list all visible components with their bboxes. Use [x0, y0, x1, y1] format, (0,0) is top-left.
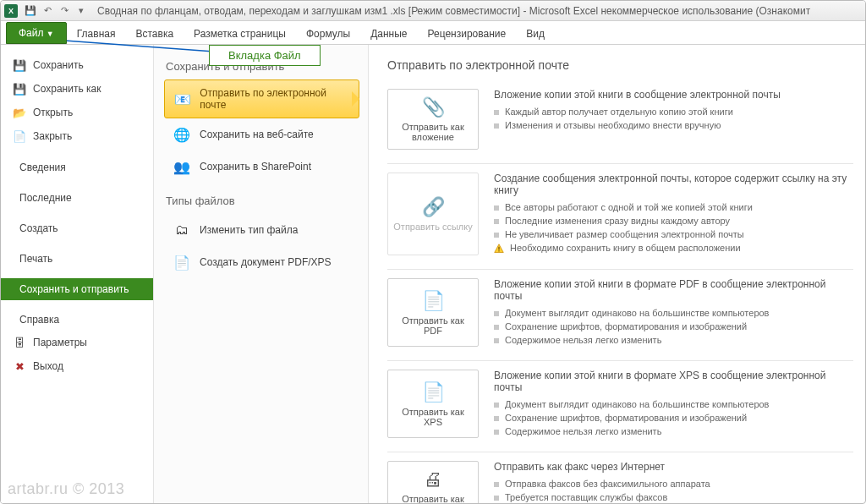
backstage-view: 💾Сохранить 💾Сохранить как 📂Открыть 📄Закр… — [1, 45, 865, 504]
save-icon: 💾 — [13, 58, 26, 72]
opt2-warn: Необходимо сохранить книгу в общем распо… — [510, 243, 741, 253]
opt1-li1: Каждый автор получает отдельную копию эт… — [505, 107, 733, 117]
svg-rect-2 — [498, 250, 499, 251]
opt-save-web[interactable]: 🌐Сохранить на веб-сайте — [164, 118, 359, 151]
btn-send-pdf[interactable]: 📄 Отправить как PDF — [387, 278, 479, 347]
tab-data[interactable]: Данные — [360, 24, 417, 44]
exit-icon: ✖ — [13, 359, 26, 373]
opt-create-pdfxps[interactable]: 📄Создать документ PDF/XPS — [164, 246, 359, 278]
watermark: artabr.ru © 2013 — [8, 480, 124, 498]
folder-open-icon: 📂 — [13, 106, 26, 119]
opt-change-type[interactable]: 🗂Изменить тип файла — [164, 214, 359, 246]
redo-icon[interactable]: ↷ — [57, 3, 72, 19]
warning-icon — [494, 244, 504, 254]
nav-help[interactable]: Справка — [1, 309, 153, 331]
opt5-li1: Отправка факсов без факсимильного аппара… — [505, 479, 710, 489]
section-head-types: Типы файлов — [166, 194, 359, 207]
row-send-xps: 📄 Отправить как XPS Вложение копии этой … — [387, 361, 853, 452]
opt3-li3: Содержимое нельзя легко изменить — [505, 335, 661, 345]
xps-doc-icon: 📄 — [422, 381, 445, 403]
fax-icon: 🖨 — [424, 468, 442, 490]
opt2-li2: Последние изменения сразу видны каждому … — [505, 216, 730, 226]
nav-save-send[interactable]: Сохранить и отправить — [1, 278, 153, 300]
title-bar: X 💾 ↶ ↷ ▾ Сводная по фланцам, отводам, п… — [1, 1, 865, 21]
btn-send-attachment[interactable]: 📎 Отправить как вложение — [387, 89, 479, 150]
nav-info[interactable]: Сведения — [1, 156, 153, 178]
opt-save-sharepoint[interactable]: 👥Сохранить в SharePoint — [164, 151, 359, 183]
opt4-li2: Сохранение шрифтов, форматирования и изо… — [505, 413, 747, 423]
row-send-fax: 🖨 Отправить как факс через Интернет Отпр… — [387, 452, 853, 504]
nav-open[interactable]: 📂Открыть — [1, 101, 153, 124]
email-icon: 📧 — [173, 90, 191, 108]
nav-recent[interactable]: Последние — [1, 187, 153, 209]
nav-options[interactable]: 🗄Параметры — [1, 331, 153, 354]
nav-close[interactable]: 📄Закрыть — [1, 124, 153, 148]
svg-rect-1 — [498, 247, 499, 250]
opt1-head: Вложение копии этой книги в сообщение эл… — [494, 89, 853, 101]
file-tab[interactable]: Файл ▼ — [6, 22, 67, 44]
panel-heading: Отправить по электронной почте — [387, 58, 853, 72]
options-icon: 🗄 — [13, 336, 26, 349]
opt2-head: Создание сообщения электронной почты, ко… — [494, 173, 853, 196]
opt-send-email[interactable]: 📧Отправить по электронной почте — [164, 79, 359, 118]
btn-send-fax[interactable]: 🖨 Отправить как факс через Интернет — [387, 461, 479, 504]
opt1-li2: Изменения и отзывы необходимо внести вру… — [505, 120, 721, 130]
btn-send-link: 🔗 Отправить ссылку — [387, 173, 479, 255]
tab-view[interactable]: Вид — [516, 24, 555, 44]
opt5-head: Отправить как факс через Интернет — [494, 461, 853, 473]
opt2-li3: Не увеличивает размер сообщения электрон… — [505, 229, 744, 239]
save-icon[interactable]: 💾 — [23, 3, 38, 19]
opt5-li2: Требуется поставщик службы факсов — [505, 492, 667, 502]
svg-line-0 — [53, 40, 214, 52]
send-email-panel: Отправить по электронной почте 📎 Отправи… — [369, 45, 865, 504]
callout-arrow — [49, 36, 218, 57]
window-title: Сводная по фланцам, отводам, переходам и… — [97, 5, 810, 17]
opt4-li3: Содержимое нельзя легко изменить — [505, 426, 661, 436]
pdf-doc-icon: 📄 — [422, 290, 445, 312]
tab-formulas[interactable]: Формулы — [296, 24, 360, 44]
row-send-pdf: 📄 Отправить как PDF Вложение копии этой … — [387, 270, 853, 361]
opt4-head: Вложение копии этой книги в формате XPS … — [494, 370, 853, 393]
filetype-icon: 🗂 — [173, 221, 191, 239]
nav-print[interactable]: Печать — [1, 248, 153, 270]
close-file-icon: 📄 — [13, 129, 26, 143]
callout-label: Вкладка Файл — [209, 45, 321, 66]
tab-review[interactable]: Рецензирование — [418, 24, 517, 44]
nav-save-as[interactable]: 💾Сохранить как — [1, 77, 153, 101]
globe-icon: 🌐 — [173, 125, 191, 144]
opt3-li2: Сохранение шрифтов, форматирования и изо… — [505, 321, 747, 331]
saveas-icon: 💾 — [13, 82, 26, 96]
excel-icon: X — [4, 4, 18, 18]
nav-exit[interactable]: ✖Выход — [1, 354, 153, 378]
sharepoint-icon: 👥 — [173, 157, 191, 176]
opt3-li1: Документ выглядит одинаково на большинст… — [505, 308, 769, 318]
link-icon: 🔗 — [422, 196, 445, 218]
qat-more-icon[interactable]: ▾ — [74, 3, 89, 19]
attachment-icon: 📎 — [422, 96, 445, 118]
row-send-attachment: 📎 Отправить как вложение Вложение копии … — [387, 80, 853, 164]
opt3-head: Вложение копии этой книги в формате PDF … — [494, 278, 853, 302]
undo-icon[interactable]: ↶ — [40, 3, 55, 19]
nav-save[interactable]: 💾Сохранить — [1, 53, 153, 77]
row-send-link: 🔗 Отправить ссылку Создание сообщения эл… — [387, 164, 853, 270]
pdf-icon: 📄 — [173, 253, 191, 271]
btn-send-xps[interactable]: 📄 Отправить как XPS — [387, 370, 479, 438]
backstage-nav: 💾Сохранить 💾Сохранить как 📂Открыть 📄Закр… — [1, 45, 153, 504]
quick-access-toolbar: X 💾 ↶ ↷ ▾ — [4, 3, 89, 19]
nav-new[interactable]: Создать — [1, 217, 153, 239]
opt4-li1: Документ выглядит одинаково на большинст… — [505, 399, 769, 409]
opt2-li1: Все авторы работают с одной и той же коп… — [505, 202, 753, 212]
save-send-list: Сохранить и отправить 📧Отправить по элек… — [153, 45, 369, 504]
